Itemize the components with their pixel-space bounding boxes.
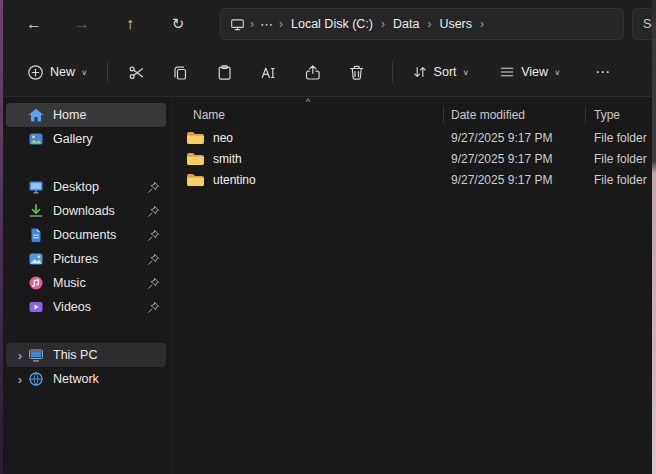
copy-icon [172,64,189,81]
sort-arrows-icon [412,64,428,80]
file-name-cell: neo [173,130,444,145]
rename-icon [260,64,277,81]
file-name-cell: utentino [173,172,444,187]
up-button[interactable]: ↑ [112,7,148,41]
file-type: File folder [586,173,656,187]
plus-circle-icon [27,64,44,81]
file-rows: neo 9/27/2025 9:17 PM File folder smi [173,127,656,190]
sidebar-item-network[interactable]: › Network [6,367,166,391]
screen-edge-right [652,0,656,474]
view-list-icon [499,64,515,80]
this-pc-icon [227,17,249,32]
navigation-bar: ← → ↑ ↻ › ⋯ › Local Disk (C:) › Data › U… [0,0,656,48]
sidebar-item-label: This PC [53,348,160,362]
command-toolbar: New ∨ [0,48,656,97]
breadcrumb-segment-local-disk[interactable]: Local Disk (C:) [284,12,380,36]
sidebar-item-videos[interactable]: Videos [6,295,166,319]
main-body: Home Gallery [0,97,656,474]
pin-icon [146,301,160,314]
column-header-date-modified[interactable]: Date modified [444,103,586,127]
scissors-icon [128,64,145,81]
share-icon [304,64,321,81]
cut-button[interactable] [118,55,156,89]
chevron-right-icon[interactable]: › [12,373,28,386]
file-name: neo [213,131,233,145]
paste-button[interactable] [206,55,244,89]
new-button-label: New [50,65,75,79]
sidebar-item-label: Documents [53,228,146,242]
chevron-right-icon[interactable]: › [12,349,28,362]
chevron-down-icon: ∨ [554,68,561,77]
view-button[interactable]: View ∨ [490,55,569,89]
address-bar[interactable]: › ⋯ › Local Disk (C:) › Data › Users › [220,8,624,40]
sidebar-item-label: Gallery [53,132,160,146]
file-row-utentino[interactable]: utentino 9/27/2025 9:17 PM File folder [173,169,656,190]
documents-icon [28,227,44,243]
toolbar-separator [107,61,108,83]
breadcrumb-chevron-icon: › [479,17,485,31]
breadcrumb-segment-users[interactable]: Users [432,12,479,36]
sidebar-item-label: Desktop [53,180,146,194]
clipboard-icon [216,64,233,81]
sidebar-item-this-pc[interactable]: › This PC [6,343,166,367]
file-list-area: ^ Name Date modified Type neo [172,97,656,474]
pin-icon [146,205,160,218]
sidebar-item-label: Home [53,108,160,122]
more-options-button[interactable]: ⋯ [584,55,622,89]
sidebar-item-desktop[interactable]: Desktop [6,175,166,199]
toolbar-separator [392,61,393,83]
chevron-down-icon: ∨ [81,68,88,77]
file-explorer-window: ← → ↑ ↻ › ⋯ › Local Disk (C:) › Data › U… [0,0,656,474]
sidebar-item-gallery[interactable]: Gallery [6,127,166,151]
sidebar-item-downloads[interactable]: Downloads [6,199,166,223]
rename-button[interactable] [250,55,288,89]
sidebar-item-music[interactable]: Music [6,271,166,295]
sidebar-item-pictures[interactable]: Pictures [6,247,166,271]
pin-icon [146,229,160,242]
sidebar-item-label: Music [53,276,146,290]
file-date-modified: 9/27/2025 9:17 PM [444,131,586,145]
downloads-icon [28,203,44,219]
screen-edge-left [0,0,3,474]
sidebar-item-documents[interactable]: Documents [6,223,166,247]
file-type: File folder [586,152,656,166]
back-button[interactable]: ← [16,7,52,41]
column-header-row: Name Date modified Type [173,97,656,127]
sort-button[interactable]: Sort ∨ [403,55,479,89]
file-row-smith[interactable]: smith 9/27/2025 9:17 PM File folder [173,148,656,169]
navigation-sidebar: Home Gallery [0,97,172,474]
pin-icon [146,253,160,266]
sidebar-item-label: Network [53,372,160,386]
sidebar-group-gap [0,319,172,343]
sort-button-label: Sort [434,65,457,79]
breadcrumb-overflow-button[interactable]: ⋯ [255,12,278,36]
pin-icon [146,181,160,194]
file-name-cell: smith [173,151,444,166]
column-header-name[interactable]: Name [173,103,444,127]
breadcrumb-segment-data[interactable]: Data [386,12,426,36]
forward-button[interactable]: → [64,7,100,41]
music-icon [28,275,44,291]
file-type: File folder [586,131,656,145]
file-row-neo[interactable]: neo 9/27/2025 9:17 PM File folder [173,127,656,148]
column-header-type[interactable]: Type [586,103,656,127]
gallery-icon [28,131,44,147]
delete-button[interactable] [338,55,376,89]
network-icon [28,371,44,387]
folder-icon [186,130,205,145]
view-button-label: View [521,65,548,79]
share-button[interactable] [294,55,332,89]
new-button[interactable]: New ∨ [18,55,97,89]
sidebar-item-home[interactable]: Home [6,103,166,127]
folder-icon [186,151,205,166]
chevron-down-icon: ∨ [463,68,470,77]
sidebar-group-gap [0,151,172,175]
copy-button[interactable] [162,55,200,89]
refresh-button[interactable]: ↻ [160,7,196,41]
sidebar-item-label: Downloads [53,204,146,218]
trash-icon [348,64,365,81]
file-name: utentino [213,173,256,187]
desktop-icon [28,179,44,195]
file-name: smith [213,152,242,166]
sidebar-item-label: Videos [53,300,146,314]
